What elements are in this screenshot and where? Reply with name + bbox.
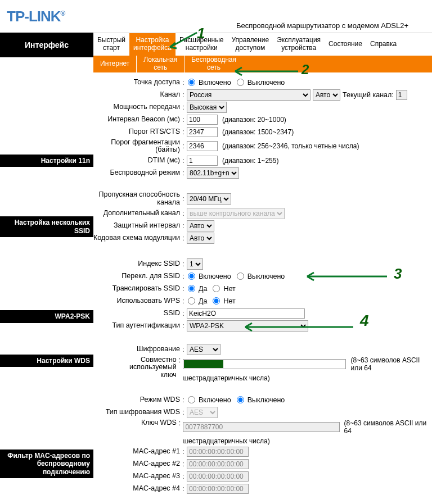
extch-select[interactable]: выше контрольного канала	[187, 208, 285, 219]
subtab-internet[interactable]: Интернет	[93, 56, 137, 72]
current-channel-value	[396, 90, 407, 100]
wdsenc-select[interactable]: AES	[187, 407, 218, 418]
ssid-input[interactable]	[187, 308, 305, 319]
ap-on-text: Включено	[199, 79, 231, 87]
tab-interface-setup[interactable]: Настройка интерфейса	[129, 33, 176, 56]
wps-no-radio[interactable]	[213, 297, 220, 305]
bw-label: Пропускная способность канала	[93, 191, 182, 207]
wps-label: Использовать WPS	[93, 297, 182, 305]
ssid-label: SSID	[93, 310, 182, 317]
wmode-select[interactable]: 802.11b+g+n	[187, 167, 239, 179]
bw-select[interactable]: 20/40 МГц	[187, 193, 231, 205]
wdskey-hint1: (8~63 символов ASCII или 64	[344, 419, 432, 435]
perssid-on-radio[interactable]	[188, 273, 195, 280]
ap-label: Точка доступа	[93, 79, 182, 87]
wdsmac3-input	[187, 471, 249, 482]
wds-off-radio[interactable]	[237, 396, 244, 403]
psk-redaction	[184, 360, 223, 368]
beacon-input[interactable]	[187, 115, 218, 125]
tab-maintenance[interactable]: Эксплуатация устройства	[273, 33, 325, 56]
wps-yes-radio[interactable]	[188, 297, 195, 305]
main-nav: Быстрый старт Настройка интерфейса Расши…	[93, 33, 432, 56]
gi-select[interactable]: Авто	[187, 220, 214, 231]
sub-nav: Интернет Локальная сеть Беспроводная сет…	[93, 56, 432, 72]
channel-select[interactable]: Авто	[313, 89, 340, 101]
tab-status[interactable]: Состояние	[325, 33, 366, 56]
wdsmac2-label: MAC-адрес #2	[93, 460, 182, 468]
beacon-hint: (диапазон: 20~1000)	[222, 116, 286, 124]
section-wpa2: WPA2-PSK	[0, 310, 93, 323]
wdsmode-label: Режим WDS	[93, 396, 182, 404]
rts-input[interactable]	[187, 127, 218, 137]
txpower-select[interactable]: Высокая	[187, 102, 227, 113]
wdsenc-label: Тип шифрования WDS	[93, 408, 182, 416]
rts-hint: (диапазон: 1500~2347)	[222, 128, 294, 136]
dtim-input[interactable]	[187, 156, 218, 166]
txpower-label: Мощность передачи	[93, 103, 182, 111]
left-title: Интерфейс	[0, 33, 93, 57]
psk-label: Совместно используемый ключ	[93, 356, 179, 379]
tab-access[interactable]: Управление доступом	[227, 33, 273, 56]
auth-label: Тип аутентификации	[93, 322, 182, 330]
ap-off-text: Выключено	[248, 79, 285, 87]
bcast-no-radio[interactable]	[213, 285, 220, 292]
current-channel-label: Текущий канал:	[343, 91, 394, 99]
wdsmac4-label: MAC-адрес #4	[93, 485, 182, 493]
frag-input[interactable]	[187, 141, 218, 151]
frag-label: Порог фрагментации (байты)	[93, 139, 182, 155]
ssididx-label: Индекс SSID	[93, 260, 182, 268]
gi-label: Защитный интервал	[93, 222, 182, 230]
enc-label: Шифрование	[93, 346, 182, 353]
wdsmac4-input	[187, 484, 249, 494]
psk-hint1: (8~63 символов ASCII или 64	[350, 356, 432, 372]
ap-off-radio[interactable]	[237, 79, 244, 86]
tab-help[interactable]: Справка	[366, 33, 400, 56]
perssid-label: Перекл. для SSID	[93, 273, 182, 280]
device-subtitle: Беспроводной маршрутизатор с модемом ADS…	[236, 21, 408, 30]
wds-on-radio[interactable]	[188, 396, 195, 403]
wmode-label: Беспроводной режим	[93, 169, 182, 177]
ap-on-radio[interactable]	[188, 79, 195, 86]
perssid-off-radio[interactable]	[237, 273, 244, 280]
enc-select[interactable]: AES	[187, 344, 220, 355]
auth-select[interactable]: WPA2-PSK	[187, 320, 308, 332]
bcast-yes-radio[interactable]	[188, 285, 195, 292]
dtim-label: DTIM (мс)	[93, 157, 182, 165]
wdsmac3-label: MAC-адрес #3	[93, 473, 182, 480]
mcs-label: Кодовая схема модуляции	[93, 234, 182, 242]
wdsmac1-label: MAC-адрес #1	[93, 448, 182, 456]
section-mssid: Настройка нескольких SSID	[0, 216, 93, 237]
subtab-wireless[interactable]: Беспроводная сеть	[184, 56, 432, 72]
bcast-label: Транслировать SSID	[93, 285, 182, 293]
wdskey-label: Ключ WDS	[93, 419, 179, 427]
psk-hint2: шестрадцатеричных числа)	[183, 374, 269, 382]
wdsmac2-input	[187, 459, 249, 469]
subtab-lan[interactable]: Локальная сеть	[137, 56, 184, 72]
frag-hint: (диапазон: 256~2346, только четные числа…	[222, 142, 359, 150]
rts-label: Порог RTS/CTS	[93, 128, 182, 136]
wdsmac1-input	[187, 447, 249, 457]
section-11n: Настройки 11n	[0, 155, 93, 167]
ssididx-select[interactable]: 1	[187, 258, 203, 270]
section-macfilter: Фильтр MAC-адресов по беспроводному подк…	[0, 449, 93, 478]
section-wds: Настройки WDS	[0, 355, 93, 367]
mcs-select[interactable]: Авто	[187, 233, 214, 244]
channel-label: Канал	[93, 91, 182, 99]
extch-label: Дополнительный канал	[93, 210, 182, 217]
wdskey-hint2: шестрадцатеричных числа)	[183, 437, 269, 445]
tab-advanced[interactable]: Расширенные настройки	[176, 33, 228, 56]
tab-quickstart[interactable]: Быстрый старт	[93, 33, 129, 56]
wdskey-input	[183, 422, 339, 432]
brand-logo: TP-LINK®	[7, 8, 65, 25]
beacon-label: Интервал Beacon (мс)	[93, 116, 182, 124]
dtim-hint: (диапазон: 1~255)	[222, 157, 278, 165]
country-select[interactable]: Россия	[187, 89, 310, 101]
